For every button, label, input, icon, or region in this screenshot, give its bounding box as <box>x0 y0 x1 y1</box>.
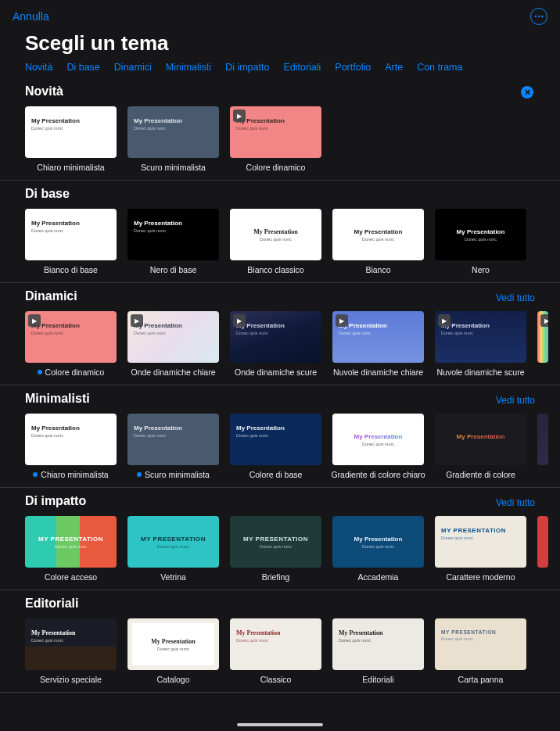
dismiss-section-button[interactable]: ✕ <box>521 86 533 99</box>
theme-card[interactable]: My PresentationDonec quis nuncColore di … <box>230 414 321 479</box>
theme-thumbnail: My PresentationDonec quis nunc <box>25 618 117 670</box>
theme-label: Scuro minimalista <box>141 163 206 172</box>
tab-dinamici[interactable]: Dinamici <box>114 62 152 73</box>
tab-di-base[interactable]: Di base <box>66 62 99 73</box>
theme-row: My PresentationDonec quis nunc▶Colore di… <box>25 311 560 377</box>
theme-label-text: Nero <box>472 265 490 274</box>
theme-card[interactable]: My PresentationDonec quis nuncEditoriali <box>332 618 424 684</box>
thumb-subtitle: Donec quis nunc <box>31 331 110 335</box>
section-title: Novità <box>25 84 63 99</box>
theme-label: Nero <box>472 265 490 274</box>
section-header: Di base <box>25 187 560 201</box>
play-icon: ▶ <box>336 314 348 327</box>
theme-thumbnail: My PresentationDonec quis nunc <box>332 209 424 260</box>
tab-con-trama[interactable]: Con trama <box>417 62 462 73</box>
theme-card[interactable]: My PresentationDonec quis nunc▶Colore di… <box>230 106 321 172</box>
theme-card[interactable]: My PresentationDonec quis nuncChiaro min… <box>25 106 117 172</box>
section-dibase: Di baseMy PresentationDonec quis nuncBia… <box>0 181 560 283</box>
play-icon: ▶ <box>233 314 246 327</box>
thumb-title: My Presentation <box>243 536 308 543</box>
thumb-title: My Presentation <box>441 322 520 329</box>
theme-card[interactable]: My PresentationDonec quis nunc▶Onde dina… <box>127 311 219 377</box>
theme-label: Classico <box>260 675 292 684</box>
theme-label: Bianco <box>365 265 390 274</box>
theme-label: Colore di base <box>249 470 303 479</box>
theme-thumbnail: My PresentationDonec quis nunc <box>127 106 219 158</box>
thumb-subtitle: Donec quis nunc <box>362 442 394 446</box>
theme-card[interactable] <box>537 414 548 479</box>
theme-card[interactable]: My PresentationDonec quis nuncGradiente … <box>332 414 424 479</box>
page-title: Scegli un tema <box>0 27 560 59</box>
theme-label-text: Colore dinamico <box>246 163 306 172</box>
theme-card[interactable]: My PresentationDonec quis nuncVetrina <box>127 516 219 582</box>
theme-label: Carta panna <box>458 675 504 684</box>
theme-card[interactable]: My PresentationDonec quis nuncChiaro min… <box>25 414 117 479</box>
thumb-subtitle: Donec quis nunc <box>362 544 394 549</box>
theme-card[interactable]: My PresentationDonec quis nuncServizio s… <box>25 618 117 684</box>
theme-card[interactable]: My PresentationDonec quis nunc▶Colore di… <box>25 311 117 377</box>
theme-card[interactable]: My PresentationDonec quis nuncColore acc… <box>25 516 117 582</box>
theme-card[interactable]: My PresentationDonec quis nuncScuro mini… <box>127 106 219 172</box>
tab-novità[interactable]: Novità <box>25 62 52 73</box>
tab-arte[interactable]: Arte <box>385 62 403 73</box>
cancel-button[interactable]: Annulla <box>13 10 49 23</box>
tab-di-impatto[interactable]: Di impatto <box>225 62 269 73</box>
theme-label: Vetrina <box>160 572 186 582</box>
theme-thumbnail: ▶ <box>537 311 548 363</box>
theme-card[interactable]: My PresentationDonec quis nuncCatalogo <box>127 618 219 684</box>
theme-card[interactable] <box>537 516 548 582</box>
theme-label: Gradiente di colore <box>446 470 515 479</box>
theme-card[interactable]: My PresentationDonec quis nuncNero <box>435 209 526 274</box>
thumb-subtitle: Donec quis nunc <box>339 638 418 643</box>
tab-portfolio[interactable]: Portfolio <box>335 62 371 73</box>
theme-thumbnail: My PresentationDonec quis nunc <box>25 516 117 568</box>
theme-card[interactable]: My PresentationDonec quis nuncGradiente … <box>435 414 526 479</box>
section-editoriali: EditorialiMy PresentationDonec quis nunc… <box>0 590 560 693</box>
theme-label: Colore acceso <box>45 572 97 582</box>
more-options-button[interactable] <box>530 8 547 25</box>
theme-label-text: Scuro minimalista <box>141 163 206 172</box>
thumb-subtitle: Donec quis nunc <box>134 331 213 335</box>
thumb-subtitle: Donec quis nunc <box>260 237 292 242</box>
header-bar: Annulla <box>0 0 560 27</box>
thumb-subtitle: Donec quis nunc <box>134 433 213 438</box>
theme-card[interactable]: My PresentationDonec quis nuncNero di ba… <box>127 209 219 274</box>
theme-card[interactable]: ▶ <box>537 311 548 377</box>
theme-card[interactable]: My PresentationDonec quis nuncClassico <box>230 618 321 684</box>
see-all-link[interactable]: Vedi tutto <box>496 497 535 508</box>
thumb-title: My Presentation <box>134 425 213 432</box>
theme-card[interactable]: My PresentationDonec quis nuncAccademia <box>332 516 424 582</box>
thumb-title: My Presentation <box>354 433 403 440</box>
theme-label: Nuvole dinamiche chiare <box>333 367 423 377</box>
theme-card[interactable]: My PresentationDonec quis nunc▶Nuvole di… <box>332 311 424 377</box>
theme-card[interactable]: My PresentationDonec quis nuncCarattere … <box>435 516 526 582</box>
theme-label-text: Editoriali <box>362 675 393 684</box>
theme-card[interactable]: My PresentationDonec quis nunc▶Onde dina… <box>230 311 321 377</box>
theme-card[interactable]: My PresentationDonec quis nuncCarta pann… <box>435 618 526 684</box>
theme-card[interactable]: My PresentationDonec quis nuncBianco di … <box>25 209 117 274</box>
theme-card[interactable]: My PresentationDonec quis nunc▶Nuvole di… <box>435 311 526 377</box>
theme-label-text: Vetrina <box>160 572 186 582</box>
theme-label-text: Colore dinamico <box>45 367 105 377</box>
thumb-subtitle: Donec quis nunc <box>236 638 315 643</box>
theme-sections: Novità✕My PresentationDonec quis nuncChi… <box>0 78 560 693</box>
theme-label-text: Onde dinamiche chiare <box>131 367 216 377</box>
theme-card[interactable]: My PresentationDonec quis nuncBriefing <box>230 516 321 582</box>
tab-minimalisti[interactable]: Minimalisti <box>166 62 211 73</box>
thumb-title: My Presentation <box>151 638 196 645</box>
tab-editoriali[interactable]: Editoriali <box>283 62 321 73</box>
home-indicator <box>237 723 323 726</box>
theme-thumbnail <box>537 414 548 465</box>
thumb-title: My Presentation <box>457 433 505 440</box>
theme-thumbnail: My PresentationDonec quis nunc▶ <box>435 311 526 363</box>
see-all-link[interactable]: Vedi tutto <box>496 395 535 406</box>
thumb-title: My Presentation <box>236 322 315 329</box>
new-indicator-dot <box>38 370 42 374</box>
theme-label: Scuro minimalista <box>137 470 210 479</box>
theme-card[interactable]: My PresentationDonec quis nuncBianco cla… <box>230 209 321 274</box>
theme-card[interactable]: My PresentationDonec quis nuncScuro mini… <box>127 414 219 479</box>
svg-point-1 <box>538 16 540 17</box>
see-all-link[interactable]: Vedi tutto <box>496 292 535 303</box>
theme-thumbnail: My PresentationDonec quis nunc <box>25 414 117 465</box>
theme-card[interactable]: My PresentationDonec quis nuncBianco <box>332 209 424 274</box>
